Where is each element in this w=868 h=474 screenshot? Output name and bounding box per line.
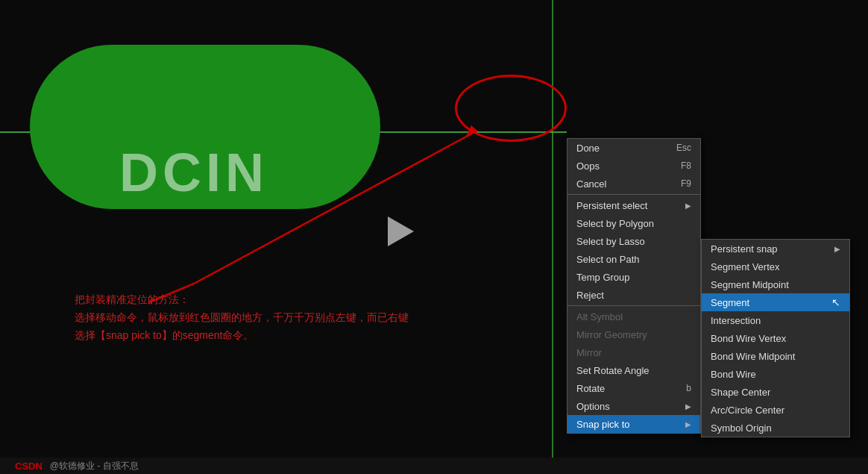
menu-item-select-path[interactable]: Select on Path bbox=[567, 250, 700, 268]
submenu-item-segment-vertex[interactable]: Segment Vertex bbox=[702, 258, 849, 275]
menu-item-mirror: Mirror bbox=[567, 343, 700, 361]
menu-item-done[interactable]: Done Esc bbox=[567, 139, 700, 157]
dcin-shape: DCIN bbox=[30, 45, 380, 209]
menu-item-mirror-geometry: Mirror Geometry bbox=[567, 325, 700, 343]
sub-context-menu: Persistent snap ▶ Segment Vertex Segment… bbox=[701, 239, 850, 437]
separator-2 bbox=[567, 305, 700, 306]
submenu-item-persistent-snap[interactable]: Persistent snap ▶ bbox=[702, 240, 849, 258]
menu-item-alt-symbol: Alt Symbol bbox=[567, 308, 700, 325]
submenu-item-bond-wire[interactable]: Bond Wire bbox=[702, 365, 849, 383]
play-button[interactable] bbox=[388, 216, 414, 246]
menu-item-reject[interactable]: Reject bbox=[567, 286, 700, 304]
submenu-item-shape-center[interactable]: Shape Center bbox=[702, 383, 849, 401]
separator-1 bbox=[567, 194, 700, 195]
menu-item-oops[interactable]: Oops F8 bbox=[567, 157, 700, 175]
submenu-item-intersection[interactable]: Intersection bbox=[702, 311, 849, 329]
dcin-label: DCIN bbox=[119, 142, 268, 203]
submenu-item-symbol-origin[interactable]: Symbol Origin bbox=[702, 419, 849, 437]
red-ellipse bbox=[455, 75, 567, 142]
menu-item-snap-pick-to[interactable]: Snap pick to ▶ bbox=[567, 415, 700, 433]
submenu-item-bond-wire-midpoint[interactable]: Bond Wire Midpoint bbox=[702, 347, 849, 365]
submenu-item-segment[interactable]: Segment ↖ bbox=[702, 293, 849, 311]
csdn-logo: CSDN bbox=[15, 461, 43, 472]
menu-item-options[interactable]: Options ▶ bbox=[567, 397, 700, 415]
csdn-username: @软德修业 - 自强不息 bbox=[50, 460, 139, 473]
menu-item-temp-group[interactable]: Temp Group bbox=[567, 268, 700, 286]
menu-item-persistent-select[interactable]: Persistent select ▶ bbox=[567, 196, 700, 214]
cursor-icon: ↖ bbox=[831, 296, 840, 308]
main-context-menu: Done Esc Oops F8 Cancel F9 Persistent se… bbox=[567, 138, 701, 434]
submenu-item-bond-wire-vertex[interactable]: Bond Wire Vertex bbox=[702, 329, 849, 347]
submenu-item-segment-midpoint[interactable]: Segment Midpoint bbox=[702, 275, 849, 293]
submenu-item-arc-circle-center[interactable]: Arc/Circle Center bbox=[702, 401, 849, 419]
menu-item-select-polygon[interactable]: Select by Polygon bbox=[567, 214, 700, 232]
menu-item-rotate[interactable]: Rotate b bbox=[567, 379, 700, 397]
menu-item-cancel[interactable]: Cancel F9 bbox=[567, 175, 700, 193]
annotation-text: 把封装精准定位的方法： 选择移动命令，鼠标放到红色圆圈的地方，千万千万别点左键，… bbox=[75, 291, 409, 344]
menu-item-set-rotate-angle[interactable]: Set Rotate Angle bbox=[567, 361, 700, 379]
menu-item-select-lasso[interactable]: Select by Lasso bbox=[567, 232, 700, 250]
vertical-line bbox=[552, 0, 553, 474]
csdn-bar: CSDN @软德修业 - 自强不息 bbox=[0, 458, 868, 474]
